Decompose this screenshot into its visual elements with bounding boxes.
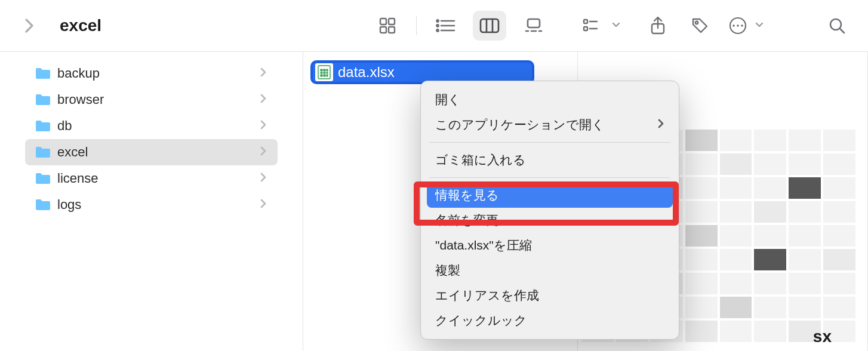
tags-button[interactable] (683, 11, 716, 41)
menu-open[interactable]: 開く (421, 87, 679, 112)
menu-label: このアプリケーションで開く (435, 116, 605, 133)
menu-get-info[interactable]: 情報を見る (427, 183, 673, 208)
group-by-button[interactable] (583, 11, 604, 41)
svg-rect-10 (481, 19, 498, 32)
svg-rect-2 (380, 27, 386, 33)
xlsx-file-icon (315, 63, 333, 81)
svg-line-28 (840, 29, 844, 33)
menu-label: 複製 (435, 262, 460, 279)
menu-separator (429, 142, 670, 143)
svg-rect-19 (584, 27, 587, 30)
context-menu: 開く このアプリケーションで開く ゴミ箱に入れる 情報を見る 名前を変更 "da… (420, 81, 679, 340)
svg-rect-0 (380, 19, 386, 24)
separator (416, 16, 417, 35)
menu-make-alias[interactable]: エイリアスを作成 (421, 283, 679, 308)
icon-view-button[interactable] (371, 11, 404, 41)
chevron-right-icon (260, 197, 267, 213)
folder-row[interactable]: logs (25, 192, 278, 218)
chevron-right-icon (260, 171, 267, 186)
folder-name: backup (57, 66, 260, 81)
search-button[interactable] (820, 11, 854, 41)
folder-row[interactable]: browser (25, 87, 278, 113)
folder-name: db (57, 118, 260, 134)
svg-point-22 (695, 21, 698, 24)
menu-label: クイックルック (435, 312, 527, 329)
menu-separator (429, 177, 670, 178)
svg-rect-30 (320, 69, 328, 77)
chevron-right-icon (260, 144, 267, 160)
folder-column: backup browser db excel license logs (0, 52, 303, 351)
svg-point-26 (741, 24, 743, 27)
chevron-right-icon (260, 66, 267, 81)
folder-name: logs (57, 197, 260, 213)
folder-icon (35, 119, 51, 133)
folder-row[interactable]: backup (25, 60, 278, 87)
list-view-button[interactable] (429, 11, 462, 41)
menu-label: 情報を見る (435, 187, 499, 204)
svg-rect-3 (389, 27, 395, 33)
folder-name: browser (57, 92, 260, 107)
folder-icon (35, 198, 51, 211)
svg-point-25 (737, 24, 739, 27)
svg-point-8 (436, 29, 438, 31)
path-chevron-icon[interactable] (24, 17, 35, 34)
folder-row[interactable]: license (25, 165, 278, 192)
chevron-right-icon (260, 92, 267, 107)
menu-quicklook[interactable]: クイックルック (421, 308, 679, 333)
folder-row[interactable]: db (25, 113, 278, 139)
chevron-down-icon (611, 20, 621, 32)
folder-icon (35, 93, 51, 106)
menu-duplicate[interactable]: 複製 (421, 258, 679, 283)
folder-icon (35, 67, 51, 80)
toolbar: excel (0, 0, 868, 51)
menu-label: エイリアスを作成 (435, 287, 539, 304)
action-menu-button[interactable] (728, 11, 747, 41)
column-view-button[interactable] (473, 11, 506, 41)
menu-open-with[interactable]: このアプリケーションで開く (421, 112, 679, 137)
menu-label: ゴミ箱に入れる (435, 152, 526, 168)
gallery-view-button[interactable] (517, 11, 550, 41)
preview-label: sx (813, 327, 832, 346)
menu-trash[interactable]: ゴミ箱に入れる (421, 147, 679, 173)
svg-point-6 (436, 24, 438, 26)
folder-name: license (57, 171, 260, 186)
chevron-down-icon (755, 20, 764, 32)
folder-name: excel (57, 144, 260, 160)
svg-point-24 (732, 24, 735, 27)
svg-point-4 (436, 20, 438, 21)
menu-label: "data.xlsx"を圧縮 (435, 237, 532, 254)
menu-compress[interactable]: "data.xlsx"を圧縮 (421, 233, 679, 258)
menu-rename[interactable]: 名前を変更 (421, 208, 679, 233)
file-name: data.xlsx (338, 64, 395, 81)
folder-icon (35, 172, 51, 185)
svg-rect-17 (584, 20, 587, 23)
folder-row[interactable]: excel (25, 139, 278, 165)
folder-icon (35, 146, 51, 159)
share-button[interactable] (641, 11, 675, 41)
menu-label: 名前を変更 (435, 212, 498, 229)
view-switcher (371, 11, 550, 41)
window-title: excel (60, 16, 101, 35)
menu-label: 開く (435, 91, 461, 108)
submenu-arrow-icon (657, 118, 664, 132)
svg-rect-13 (528, 19, 540, 27)
chevron-right-icon (260, 118, 267, 134)
svg-rect-1 (389, 19, 395, 24)
